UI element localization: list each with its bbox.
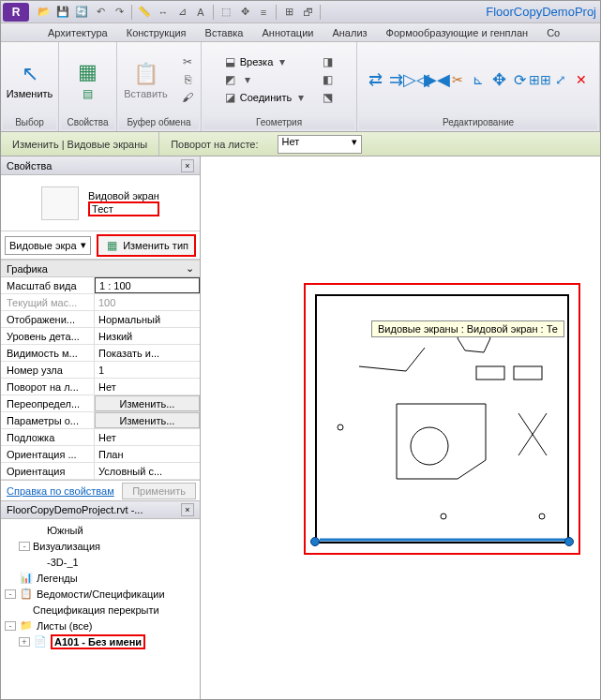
save-icon[interactable]: 💾 [54,4,71,21]
tree-toggle-icon[interactable]: + [19,637,30,647]
join-button[interactable]: ◪Соединить▾ [219,89,313,106]
property-value[interactable]: Показать и... [95,345,200,361]
tree-row[interactable]: -📁Листы (все) [1,618,200,633]
dimension-icon[interactable]: ↔ [155,4,172,21]
property-row[interactable]: Текущий мас...100 [1,294,200,311]
rotation-select[interactable]: Нет ▾ [278,135,362,154]
offset-icon[interactable]: ⇉ [388,72,403,87]
property-value[interactable]: Нормальный [95,311,200,327]
viewport-grip[interactable] [310,537,320,546]
tree-row[interactable]: Южный [1,522,200,538]
tree-row[interactable]: Спецификация перекрыти [1,602,200,618]
copy-button[interactable]: ⎘ [176,71,199,88]
property-row[interactable]: Поворот на л...Нет [1,379,200,395]
geom-tool-3[interactable]: ⬔ [316,89,338,106]
property-value[interactable]: Нет [95,379,200,395]
svg-rect-2 [514,366,542,380]
property-value[interactable]: Условный с... [95,463,200,479]
svg-marker-3 [397,404,486,479]
property-row[interactable]: ОриентацияУсловный с... [1,463,200,480]
section-icon[interactable]: ✥ [236,4,253,21]
cope-icon: ⬓ [223,54,238,69]
tab-architecture[interactable]: Архитектура [38,25,117,40]
measure-icon[interactable]: 📏 [136,4,153,21]
property-row[interactable]: Масштаб вида1 : 100 [1,277,200,294]
project-browser-header: FloorCopyDemoProject.rvt -... × [1,500,200,519]
instance-selector[interactable]: Видовые экра ▾ [5,236,91,255]
3d-icon[interactable]: ⬚ [218,4,234,21]
cut-geom-button[interactable]: ◩▾ [219,71,313,88]
array-icon[interactable]: ⊞⊞ [533,72,548,87]
delete-icon[interactable]: ✕ [574,72,589,87]
property-value[interactable]: 1 [95,362,200,378]
close-views-icon[interactable]: ⊞ [280,4,297,21]
drawing-canvas[interactable]: Видовые экраны : Видовой экран : Те [201,156,600,699]
app-logo[interactable]: R [3,3,29,22]
trim-icon[interactable]: ⊾ [471,72,486,87]
property-row[interactable]: Переопредел...Изменить... [1,395,200,412]
property-value[interactable]: Низкий [95,328,200,344]
property-row[interactable]: Отображени...Нормальный [1,311,200,328]
cope-button[interactable]: ⬓Врезка▾ [219,53,313,70]
mirror-draw-icon[interactable]: ▶◀ [429,72,444,87]
tab-insert[interactable]: Вставка [196,25,253,40]
svg-point-5 [338,424,343,430]
tree-row[interactable]: -📋Ведомости/Спецификации [1,586,200,602]
property-value[interactable]: Изменить... [95,395,200,411]
modify-button[interactable]: ↖ Изменить [3,56,56,103]
undo-icon[interactable]: ↶ [92,4,109,21]
geom-tool-2[interactable]: ◧ [316,71,338,88]
properties-help-link[interactable]: Справка по свойствам [1,485,120,497]
switch-windows-icon[interactable]: 🗗 [299,4,316,21]
tab-massing[interactable]: Формообразующие и генплан [377,25,538,40]
properties-grid: Масштаб вида1 : 100Текущий мас...100Отоб… [1,277,200,480]
tree-toggle-icon[interactable]: - [5,621,16,631]
tab-structure[interactable]: Конструкция [117,25,196,40]
mirror-icon[interactable]: ▷◁ [409,72,424,87]
tab-annotate[interactable]: Аннотации [252,25,323,40]
property-row[interactable]: Видимость м...Показать и... [1,345,200,362]
property-group-graphics[interactable]: Графика ⌄ [1,260,200,277]
property-value[interactable]: Изменить... [95,412,200,428]
property-row[interactable]: Параметры о...Изменить... [1,412,200,429]
edit-type-button[interactable]: ▦ Изменить тип [97,234,196,257]
tree-row[interactable]: -3D-_1 [1,554,200,570]
thin-lines-icon[interactable]: ≡ [255,4,272,21]
property-row[interactable]: Номер узла1 [1,362,200,379]
paste-button[interactable]: 📋 Вставить [119,56,173,103]
property-row[interactable]: Ориентация ...План [1,446,200,463]
move-icon[interactable]: ✥ [491,72,506,87]
redo-icon[interactable]: ↷ [111,4,128,21]
tree-toggle-icon[interactable]: - [19,542,30,551]
rotate-icon[interactable]: ⟳ [512,72,527,87]
tree-row[interactable]: +📄A101 - Без имени [1,633,200,649]
type-selector[interactable]: Видовой экран Тест [1,175,200,231]
tab-analyze[interactable]: Анализ [323,25,376,40]
property-row[interactable]: ПодложкаНет [1,429,200,446]
property-value[interactable]: 1 : 100 [95,277,200,293]
property-row[interactable]: Уровень дета...Низкий [1,328,200,345]
tree-toggle-icon[interactable]: - [5,589,16,599]
sync-icon[interactable]: 🔄 [73,4,90,21]
property-value[interactable]: План [95,446,200,462]
property-value[interactable]: 100 [95,294,200,310]
align-icon[interactable]: ⇄ [368,72,383,87]
rotation-label: Поворот на листе: [159,139,269,150]
viewport-grip[interactable] [564,537,574,546]
axis-icon[interactable]: ⊿ [173,4,190,21]
close-icon[interactable]: × [181,159,194,172]
property-value[interactable]: Нет [95,429,200,445]
tab-collaborate[interactable]: Со [537,25,569,40]
match-button[interactable]: 🖌 [176,89,199,106]
close-icon[interactable]: × [181,503,194,516]
open-icon[interactable]: 📂 [36,4,53,21]
tree-row[interactable]: -Визуализация [1,538,200,554]
properties-button[interactable]: ▦ ▤ [65,54,112,105]
cut-button[interactable]: ✂ [176,53,199,70]
split-icon[interactable]: ✂ [450,72,465,87]
scale-icon[interactable]: ⤢ [553,72,568,87]
text-icon[interactable]: A [192,4,209,21]
geom-tool-1[interactable]: ◨ [316,53,338,70]
tree-row[interactable]: 📊Легенды [1,570,200,586]
apply-button[interactable]: Применить [122,483,196,499]
